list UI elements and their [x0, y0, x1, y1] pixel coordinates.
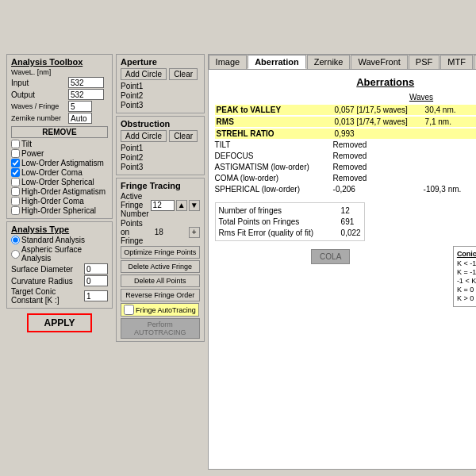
spherical-row: SPHERICAL (low-order) -0,206 -109,3 nm. [215, 185, 476, 194]
waves-field[interactable] [68, 101, 92, 112]
optimize-fringe-button[interactable]: Optimize Fringe Points [121, 246, 200, 259]
conic-row-2: K = -1 Parabola [457, 268, 476, 276]
lo-spherical-checkbox[interactable] [11, 178, 20, 186]
lo-coma-label: Low-Order Coma [21, 168, 83, 177]
top-bar [6, 6, 470, 54]
wavelength-header-row: WaveL. [nm] [11, 68, 108, 76]
points-fringe-value: 18 [155, 228, 187, 236]
tab-wavefront[interactable]: WaveFront [351, 55, 407, 69]
coma-waves: Removed [333, 174, 420, 182]
tilt-aber-name: TILT [215, 140, 330, 149]
active-fringe-label: Active Fringe Number [121, 192, 149, 218]
wavelength-header: WaveL. [nm] [11, 68, 67, 76]
aspheric-radio[interactable] [11, 250, 20, 259]
defocus-name: DEFOCUS [215, 152, 330, 160]
defocus-row: DEFOCUS Removed [215, 152, 476, 160]
surface-diameter-row: Surface Diameter [11, 263, 108, 274]
analysis-toolbox-title: Analysis Toolbox [11, 57, 108, 67]
rms-waves: 0,013 [1/74,7 waves] [335, 117, 422, 126]
main-container: Analysis Toolbox WaveL. [nm] Input Outpu… [0, 0, 476, 476]
total-points-row: Total Points on Fringes 691 [219, 217, 361, 226]
rms-name: RMS [217, 117, 332, 126]
curvature-label: Curvature Radius [11, 277, 83, 286]
target-conic-field[interactable] [84, 290, 108, 301]
lo-coma-checkbox[interactable] [11, 168, 20, 177]
points-fringe-plus[interactable]: + [189, 227, 200, 238]
aspheric-label: Aspheric Surface Analysis [21, 245, 108, 263]
ho-spherical-checkbox[interactable] [11, 206, 20, 215]
total-points-value: 691 [341, 217, 355, 226]
ptv-nm: 30,4 nm. [425, 106, 456, 114]
tab-image[interactable]: Image [209, 55, 248, 69]
aberration-tab-content: Aberrations Waves NanoMeters PEAK to VAL… [209, 70, 476, 469]
waves-label: Waves / Fringe [11, 102, 67, 110]
active-fringe-down[interactable]: ▼ [189, 200, 200, 211]
tilt-aber-row: TILT Removed [215, 140, 476, 149]
aperture-add-circle-button[interactable]: Add Circle [121, 68, 167, 80]
obstruction-add-circle-button[interactable]: Add Circle [121, 130, 167, 142]
lo-astigmatism-label: Low-Order Astigmatism [21, 159, 104, 167]
conic-row-3: -1 < K < 0 Prolate Ellipsoid [457, 277, 476, 285]
active-fringe-row: Active Fringe Number ▲ ▼ [121, 192, 200, 218]
rms-nm: 7,1 nm. [425, 117, 451, 126]
spherical-nm: -109,3 nm. [424, 185, 462, 194]
astigmatism-row: ASTIGMATISM (low-order) Removed [215, 163, 476, 171]
tilt-checkbox[interactable] [11, 140, 20, 148]
obstruction-point1: Point1 [121, 144, 200, 152]
standard-label: Standard Analysis [21, 236, 85, 244]
ho-coma-checkbox[interactable] [11, 197, 20, 205]
ho-spherical-row: High-Order Spherical [11, 206, 108, 215]
output-label: Output [11, 90, 67, 99]
aperture-btn-row: Add Circle Clear [121, 68, 200, 80]
conic-row-1: K < -1 Hyperbola [457, 259, 476, 267]
reverse-fringe-button[interactable]: Reverse Fringe Order [121, 289, 200, 301]
num-fringes-value: 12 [341, 206, 350, 215]
ho-coma-row: High-Order Coma [11, 197, 108, 205]
lo-spherical-row: Low-Order Spherical [11, 178, 108, 186]
lo-coma-row: Low-Order Coma [11, 168, 108, 177]
analysis-type-section: Analysis Type Standard Analysis Aspheric… [6, 221, 113, 309]
tab-mtf[interactable]: MTF [440, 55, 473, 69]
delete-all-button[interactable]: Delete All Points [121, 274, 200, 287]
ho-coma-label: High-Order Coma [21, 197, 84, 205]
aperture-clear-button[interactable]: Clear [169, 68, 198, 80]
autotracing-checkbox-area[interactable]: Fringe AutoTracing [121, 303, 199, 317]
power-row: Power [11, 149, 108, 158]
perform-autotracing-button[interactable]: Perform AUTOTRACING [121, 318, 200, 339]
target-conic-row: Target Conic Constant [K :] [11, 287, 108, 305]
conic-title: Conic Constant (K) range [457, 250, 476, 258]
left-panel: Analysis Toolbox WaveL. [nm] Input Outpu… [6, 54, 113, 470]
standard-radio[interactable] [11, 236, 20, 244]
zernike-field[interactable] [68, 113, 92, 124]
output-field[interactable] [68, 89, 104, 100]
autotracing-checkbox[interactable] [124, 305, 134, 315]
tab-psf[interactable]: PSF [409, 55, 440, 69]
apply-button[interactable]: APPLY [27, 313, 93, 332]
delete-active-fringe-button[interactable]: Delete Active Fringe [121, 260, 200, 273]
obstruction-title: Obstruction [121, 119, 200, 129]
input-label: Input [11, 79, 67, 87]
surface-diameter-field[interactable] [84, 263, 108, 274]
middle-panel: Aperture Add Circle Clear Point1 Point2 … [116, 54, 205, 470]
active-fringe-field[interactable] [151, 200, 175, 211]
strehl-waves: 0,993 [335, 129, 422, 138]
cola-button[interactable]: COLA [311, 249, 350, 264]
active-fringe-up[interactable]: ▲ [176, 200, 187, 211]
col-spacer [217, 93, 332, 102]
aperture-point2: Point2 [121, 91, 200, 100]
curvature-field[interactable] [84, 275, 108, 286]
rms-fit-value: 0,022 [341, 228, 361, 237]
ho-astigmatism-checkbox[interactable] [11, 187, 20, 196]
power-checkbox[interactable] [11, 149, 20, 158]
autotracing-label: Fringe AutoTracing [136, 306, 196, 314]
tilt-label: Tilt [21, 140, 32, 148]
tab-zernike[interactable]: Zernike [307, 55, 351, 69]
tab-aberration[interactable]: Aberration [248, 55, 306, 69]
points-fringe-row: Points on Fringe 18 + [121, 219, 200, 245]
lo-astigmatism-checkbox[interactable] [11, 159, 20, 167]
surface-diameter-label: Surface Diameter [11, 265, 83, 274]
input-field[interactable] [68, 77, 104, 88]
remove-button[interactable]: REMOVE [11, 126, 108, 138]
input-row: Input [11, 77, 108, 88]
obstruction-clear-button[interactable]: Clear [169, 130, 198, 142]
